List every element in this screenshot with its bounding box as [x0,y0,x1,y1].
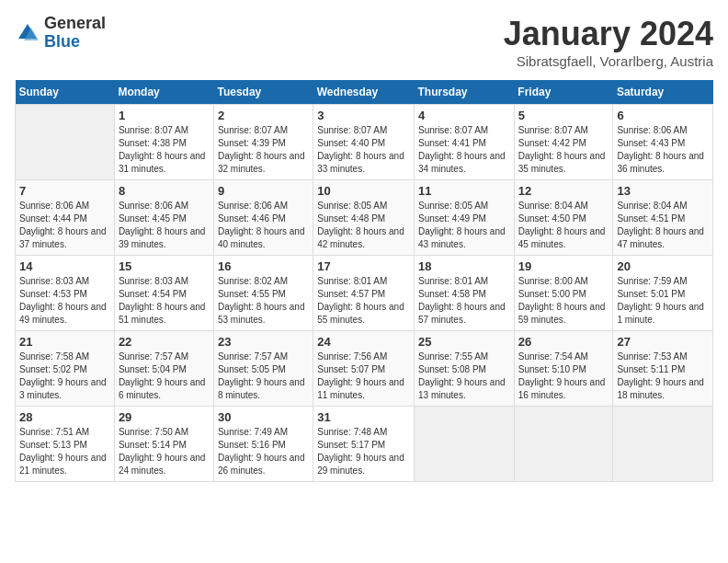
day-info: Sunrise: 7:53 AMSunset: 5:11 PMDaylight:… [617,351,704,400]
logo: General Blue [15,15,106,52]
calendar-cell: 14 Sunrise: 8:03 AMSunset: 4:53 PMDaylig… [16,256,115,331]
calendar-cell: 7 Sunrise: 8:06 AMSunset: 4:44 PMDayligh… [16,180,115,256]
day-number: 7 [19,184,110,198]
day-info: Sunrise: 7:58 AMSunset: 5:02 PMDaylight:… [19,351,107,400]
day-number: 29 [119,410,210,424]
day-number: 14 [19,259,110,273]
calendar-cell: 31 Sunrise: 7:48 AMSunset: 5:17 PMDaylig… [313,407,415,482]
calendar-cell [16,105,115,180]
day-number: 27 [617,335,709,349]
day-number: 31 [317,410,410,424]
day-number: 18 [418,259,510,273]
day-info: Sunrise: 8:05 AMSunset: 4:48 PMDaylight:… [317,201,404,249]
day-info: Sunrise: 7:57 AMSunset: 5:04 PMDaylight:… [119,351,206,400]
day-number: 6 [617,109,709,122]
day-number: 12 [518,184,609,198]
day-info: Sunrise: 8:06 AMSunset: 4:44 PMDaylight:… [19,201,107,249]
month-title: January 2024 [504,15,713,53]
calendar-week-3: 14 Sunrise: 8:03 AMSunset: 4:53 PMDaylig… [16,256,713,331]
day-number: 9 [218,184,309,198]
calendar-cell: 8 Sunrise: 8:06 AMSunset: 4:45 PMDayligh… [114,180,213,256]
calendar-cell: 26 Sunrise: 7:54 AMSunset: 5:10 PMDaylig… [514,331,613,407]
calendar-cell: 18 Sunrise: 8:01 AMSunset: 4:58 PMDaylig… [415,256,515,331]
day-info: Sunrise: 8:06 AMSunset: 4:45 PMDaylight:… [119,201,206,249]
calendar-cell [613,407,713,482]
day-number: 13 [617,184,709,198]
calendar-cell: 9 Sunrise: 8:06 AMSunset: 4:46 PMDayligh… [213,180,313,256]
calendar-cell: 2 Sunrise: 8:07 AMSunset: 4:39 PMDayligh… [213,105,313,180]
day-info: Sunrise: 7:59 AMSunset: 5:01 PMDaylight:… [617,276,704,325]
calendar-cell: 6 Sunrise: 8:06 AMSunset: 4:43 PMDayligh… [613,105,713,180]
day-info: Sunrise: 8:04 AMSunset: 4:51 PMDaylight:… [617,201,704,249]
day-number: 25 [418,335,510,349]
day-number: 15 [119,259,210,273]
calendar-cell: 30 Sunrise: 7:49 AMSunset: 5:16 PMDaylig… [213,407,313,482]
day-info: Sunrise: 8:06 AMSunset: 4:46 PMDaylight:… [218,201,305,249]
day-info: Sunrise: 7:56 AMSunset: 5:07 PMDaylight:… [317,351,404,400]
day-info: Sunrise: 8:03 AMSunset: 4:53 PMDaylight:… [19,276,107,325]
day-number: 8 [119,184,210,198]
day-number: 30 [218,410,309,424]
calendar-cell: 22 Sunrise: 7:57 AMSunset: 5:04 PMDaylig… [114,331,213,407]
day-number: 23 [218,335,309,349]
calendar-cell: 29 Sunrise: 7:50 AMSunset: 5:14 PMDaylig… [114,407,213,482]
calendar-cell: 17 Sunrise: 8:01 AMSunset: 4:57 PMDaylig… [313,256,415,331]
day-info: Sunrise: 8:07 AMSunset: 4:42 PMDaylight:… [518,125,606,174]
day-info: Sunrise: 8:01 AMSunset: 4:57 PMDaylight:… [317,276,404,325]
calendar-week-2: 7 Sunrise: 8:06 AMSunset: 4:44 PMDayligh… [16,180,713,256]
weekday-header-row: SundayMondayTuesdayWednesdayThursdayFrid… [16,80,713,105]
day-number: 26 [518,335,609,349]
day-info: Sunrise: 8:07 AMSunset: 4:40 PMDaylight:… [317,125,404,174]
day-info: Sunrise: 8:05 AMSunset: 4:49 PMDaylight:… [418,201,506,249]
day-number: 11 [418,184,510,198]
location-title: Sibratsgfaell, Vorarlberg, Austria [504,53,713,69]
day-number: 2 [218,109,309,122]
title-block: January 2024 Sibratsgfaell, Vorarlberg, … [504,15,713,69]
day-info: Sunrise: 8:03 AMSunset: 4:54 PMDaylight:… [119,276,206,325]
calendar-cell: 24 Sunrise: 7:56 AMSunset: 5:07 PMDaylig… [313,331,415,407]
logo-icon [15,20,40,46]
day-info: Sunrise: 8:01 AMSunset: 4:58 PMDaylight:… [418,276,506,325]
day-info: Sunrise: 7:54 AMSunset: 5:10 PMDaylight:… [518,351,606,400]
day-number: 5 [518,109,609,122]
calendar-cell: 16 Sunrise: 8:02 AMSunset: 4:55 PMDaylig… [213,256,313,331]
day-number: 17 [317,259,410,273]
calendar-cell: 1 Sunrise: 8:07 AMSunset: 4:38 PMDayligh… [114,105,213,180]
day-number: 3 [317,109,410,122]
calendar-cell: 13 Sunrise: 8:04 AMSunset: 4:51 PMDaylig… [613,180,713,256]
day-info: Sunrise: 7:48 AMSunset: 5:17 PMDaylight:… [317,427,404,476]
calendar-week-5: 28 Sunrise: 7:51 AMSunset: 5:13 PMDaylig… [16,407,713,482]
day-number: 19 [518,259,609,273]
logo-text: General Blue [44,15,106,52]
calendar-cell: 27 Sunrise: 7:53 AMSunset: 5:11 PMDaylig… [613,331,713,407]
calendar-cell: 23 Sunrise: 7:57 AMSunset: 5:05 PMDaylig… [213,331,313,407]
day-info: Sunrise: 8:02 AMSunset: 4:55 PMDaylight:… [218,276,305,325]
calendar-cell [415,407,515,482]
calendar-cell: 12 Sunrise: 8:04 AMSunset: 4:50 PMDaylig… [514,180,613,256]
day-info: Sunrise: 8:06 AMSunset: 4:43 PMDaylight:… [617,125,704,174]
day-info: Sunrise: 8:07 AMSunset: 4:39 PMDaylight:… [218,125,305,174]
weekday-header-thursday: Thursday [415,80,515,105]
calendar-cell: 5 Sunrise: 8:07 AMSunset: 4:42 PMDayligh… [514,105,613,180]
day-number: 16 [218,259,309,273]
calendar-cell: 28 Sunrise: 7:51 AMSunset: 5:13 PMDaylig… [16,407,115,482]
calendar-cell: 4 Sunrise: 8:07 AMSunset: 4:41 PMDayligh… [415,105,515,180]
calendar-cell: 3 Sunrise: 8:07 AMSunset: 4:40 PMDayligh… [313,105,415,180]
calendar-cell: 11 Sunrise: 8:05 AMSunset: 4:49 PMDaylig… [415,180,515,256]
page-header: General Blue January 2024 Sibratsgfaell,… [15,15,713,69]
day-number: 21 [19,335,110,349]
day-number: 1 [119,109,210,122]
day-info: Sunrise: 7:57 AMSunset: 5:05 PMDaylight:… [218,351,305,400]
day-number: 28 [19,410,110,424]
day-info: Sunrise: 8:00 AMSunset: 5:00 PMDaylight:… [518,276,606,325]
calendar-cell [514,407,613,482]
day-info: Sunrise: 7:49 AMSunset: 5:16 PMDaylight:… [218,427,305,476]
calendar-table: SundayMondayTuesdayWednesdayThursdayFrid… [15,80,713,482]
calendar-cell: 19 Sunrise: 8:00 AMSunset: 5:00 PMDaylig… [514,256,613,331]
calendar-cell: 10 Sunrise: 8:05 AMSunset: 4:48 PMDaylig… [313,180,415,256]
calendar-cell: 20 Sunrise: 7:59 AMSunset: 5:01 PMDaylig… [613,256,713,331]
day-number: 22 [119,335,210,349]
weekday-header-wednesday: Wednesday [313,80,415,105]
calendar-cell: 21 Sunrise: 7:58 AMSunset: 5:02 PMDaylig… [16,331,115,407]
calendar-week-1: 1 Sunrise: 8:07 AMSunset: 4:38 PMDayligh… [16,105,713,180]
